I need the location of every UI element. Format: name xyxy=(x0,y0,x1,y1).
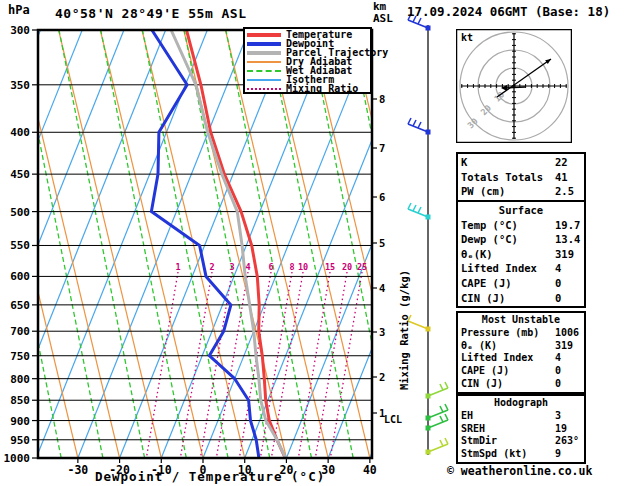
table-row: SREH19 xyxy=(461,423,581,436)
pressure-tick-label: 550 xyxy=(10,239,30,252)
wind-barb xyxy=(426,404,449,421)
pressure-tick-label: 350 xyxy=(10,79,30,92)
altitude-tick-label: 3 xyxy=(379,326,385,338)
row-label: Dewp (°C) xyxy=(461,233,518,245)
mixing-ratio-line xyxy=(315,272,347,458)
mixing-ratio-line xyxy=(146,272,178,458)
mixing-ratio-line xyxy=(298,272,330,458)
mixing-ratio-tick-label: 2 xyxy=(209,262,214,272)
row-value: 13.4 xyxy=(555,232,580,247)
wet-adiabat-line xyxy=(351,30,437,458)
row-label: CIN (J) xyxy=(461,378,503,389)
row-value: 4 xyxy=(555,352,561,365)
row-label: CAPE (J) xyxy=(461,365,509,376)
table-row: CIN (J)0 xyxy=(461,291,581,306)
row-label: CIN (J) xyxy=(461,292,505,304)
table-title: Hodograph xyxy=(461,397,581,410)
surface-table: SurfaceTemp (°C)19.7Dewp (°C)13.4θₑ(K)31… xyxy=(456,200,586,308)
legend-item: Mixing Ratio xyxy=(247,84,370,93)
dry-adiabat-line xyxy=(17,30,120,458)
mixing-ratio-tick-label: 4 xyxy=(245,262,250,272)
row-value: 41 xyxy=(555,170,568,185)
row-value: 3 xyxy=(555,410,561,423)
pressure-tick-label: 850 xyxy=(10,394,30,407)
x-axis-label: Dewpoint / Temperature (°C) xyxy=(95,469,325,484)
pressure-tick-label: 950 xyxy=(10,434,30,447)
legend-swatch-dry-adiabat xyxy=(247,61,281,63)
pressure-tick-label: 800 xyxy=(10,373,30,386)
legend: TemperatureDewpointParcel TrajectoryDry … xyxy=(243,27,372,94)
row-label: Temp (°C) xyxy=(461,219,518,231)
mixing-ratio-tick-label: 25 xyxy=(357,262,367,272)
row-value: 0 xyxy=(555,291,561,306)
table-row: Lifted Index4 xyxy=(461,261,581,276)
table-row: θₑ (K)319 xyxy=(461,340,581,353)
pressure-tick-label: 500 xyxy=(10,206,30,219)
datetime-label: 17.09.2024 06GMT (Base: 18) xyxy=(407,4,610,19)
most-unstable-table: Most UnstablePressure (mb)1006θₑ (K)319L… xyxy=(456,311,586,394)
wet-adiabat-line xyxy=(101,30,187,458)
wind-barb xyxy=(426,382,449,399)
skewt-screenshot: 1234681015202530035040045050055060065070… xyxy=(0,0,629,486)
pressure-tick-label: 1000 xyxy=(4,452,31,465)
row-value: 1006 xyxy=(555,327,579,340)
temperature-tick-label: -30 xyxy=(67,463,88,477)
pressure-axis-unit: hPa xyxy=(8,3,30,17)
row-label: Pressure (mb) xyxy=(461,327,539,338)
table-row: EH3 xyxy=(461,410,581,423)
table-title: Surface xyxy=(461,203,581,218)
dry-adiabat-line xyxy=(100,30,203,458)
dry-adiabat-line xyxy=(267,30,370,458)
row-value: 4 xyxy=(555,261,561,276)
wet-adiabat-line xyxy=(268,30,354,458)
legend-swatch-temperature xyxy=(247,33,281,37)
copyright: © weatheronline.co.uk xyxy=(447,464,592,478)
indices-table: K22Totals Totals41PW (cm)2.5 xyxy=(456,152,586,202)
pressure-tick-label: 400 xyxy=(10,126,30,139)
row-label: SREH xyxy=(461,423,485,434)
table-row: θₑ(K)319 xyxy=(461,247,581,262)
row-label: EH xyxy=(461,410,473,421)
hodograph-table: HodographEH3SREH19StmDir263°StmSpd (kt)9 xyxy=(456,394,586,464)
row-value: 0 xyxy=(555,276,561,291)
row-value: 2.5 xyxy=(555,184,574,199)
mixing-ratio-tick-label: 1 xyxy=(175,262,180,272)
mixing-ratio-axis-label: Mixing Ratio (g/kg) xyxy=(398,205,410,455)
table-row: CAPE (J)0 xyxy=(461,365,581,378)
pressure-tick-label: 900 xyxy=(10,415,30,428)
row-label: Lifted Index xyxy=(461,262,537,274)
dry-adiabat-line xyxy=(309,30,412,458)
table-title: Most Unstable xyxy=(461,314,581,327)
pressure-tick-label: 450 xyxy=(10,168,30,181)
pressure-tick-label: 600 xyxy=(10,270,30,283)
row-label: K xyxy=(461,156,467,168)
mixing-ratio-tick-label: 15 xyxy=(325,262,335,272)
legend-swatch-mixing-ratio xyxy=(247,88,281,90)
dry-adiabat-line xyxy=(59,30,162,458)
mixing-ratio-tick-label: 3 xyxy=(229,262,234,272)
table-row: StmDir263° xyxy=(461,435,581,448)
pressure-tick-label: 650 xyxy=(10,299,30,312)
mixing-ratio-tick-label: 6 xyxy=(268,262,273,272)
altitude-tick-label: 4 xyxy=(379,282,385,294)
hodograph-unit-label: kt xyxy=(461,32,473,43)
mixing-ratio-line xyxy=(260,272,292,458)
row-value: 319 xyxy=(555,247,574,262)
wind-barb xyxy=(408,203,431,220)
row-value: 319 xyxy=(555,340,573,353)
legend-swatch-wet-adiabat xyxy=(247,70,281,72)
row-label: CAPE (J) xyxy=(461,277,512,289)
altitude-tick-label: 2 xyxy=(379,371,385,383)
wind-barb xyxy=(408,315,431,332)
row-value: 0 xyxy=(555,365,561,378)
wet-adiabat-line xyxy=(17,30,103,458)
isotherm-line xyxy=(78,30,249,458)
legend-swatch-dewpoint xyxy=(247,42,281,46)
mixing-ratio-line xyxy=(330,272,362,458)
pressure-tick-label: 750 xyxy=(10,350,30,363)
altitude-tick-label: 7 xyxy=(379,142,385,154)
legend-swatch-parcel-trajectory xyxy=(247,51,281,55)
wind-barb xyxy=(426,438,449,455)
table-row: PW (cm)2.5 xyxy=(461,184,581,199)
table-row: CIN (J)0 xyxy=(461,378,581,391)
